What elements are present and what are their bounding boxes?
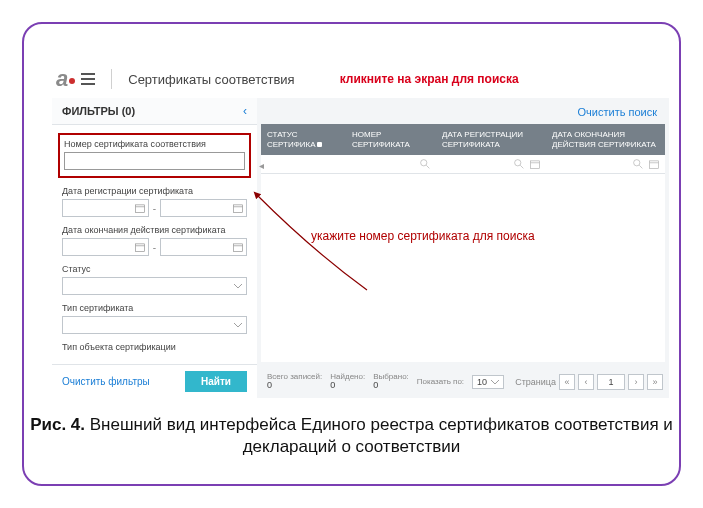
page-label: Страница: [515, 377, 556, 387]
search-icon: [420, 159, 430, 169]
status-select[interactable]: [62, 277, 247, 295]
svg-point-14: [634, 160, 640, 166]
col-status[interactable]: СТАТУС СЕРТИФИКА: [261, 124, 346, 155]
search-icon: [633, 159, 643, 169]
content-area: ФИЛЬТРЫ (0) ‹ Номер сертификата соответс…: [52, 98, 669, 398]
range-dash: -: [153, 203, 156, 214]
clear-filters-link[interactable]: Очистить фильтры: [62, 376, 150, 387]
first-page-button[interactable]: «: [559, 374, 575, 390]
svg-rect-12: [531, 161, 540, 169]
obj-type-label: Тип объекта сертификации: [62, 342, 247, 352]
click-hint-annotation: кликните на экран для поиска: [340, 72, 519, 86]
pager: Всего записей: 0 Найдено: 0 Выбрано: 0 П…: [261, 366, 669, 398]
table-body: укажите номер сертификата для поиска: [261, 174, 665, 362]
menu-icon[interactable]: [81, 73, 95, 85]
svg-line-15: [639, 165, 642, 168]
filter-status[interactable]: [261, 155, 346, 173]
reg-date-from[interactable]: [62, 199, 149, 217]
cert-number-label: Номер сертификата соответствия: [64, 139, 245, 149]
input-hint-annotation: укажите номер сертификата для поиска: [311, 229, 535, 243]
calendar-icon: [649, 159, 659, 169]
logo-letter: a: [56, 66, 75, 92]
find-button[interactable]: Найти: [185, 371, 247, 392]
figure-frame: a Сертификаты соответствия кликните на э…: [22, 22, 681, 486]
end-date-to[interactable]: [160, 238, 247, 256]
filter-footer: Очистить фильтры Найти: [52, 364, 257, 398]
end-date-from[interactable]: [62, 238, 149, 256]
svg-line-9: [426, 165, 429, 168]
svg-point-8: [421, 160, 427, 166]
filter-regdate[interactable]: [436, 155, 546, 173]
page-input[interactable]: [597, 374, 625, 390]
filter-enddate[interactable]: [546, 155, 665, 173]
brand: a: [56, 66, 95, 92]
table-header: СТАТУС СЕРТИФИКА НОМЕР СЕРТИФИКАТА ДАТА …: [261, 124, 665, 155]
chevron-down-icon: [491, 380, 499, 385]
cert-number-input[interactable]: [64, 152, 245, 170]
page-title: Сертификаты соответствия: [128, 72, 294, 87]
collapse-icon[interactable]: ‹: [243, 104, 247, 118]
cert-number-group: Номер сертификата соответствия: [58, 133, 251, 178]
logo-dot: [69, 78, 75, 84]
col-enddate[interactable]: ДАТА ОКОНЧАНИЯ ДЕЙСТВИЯ СЕРТИФИКАТА: [546, 124, 665, 155]
page-size-select[interactable]: 10: [472, 375, 504, 389]
end-date-label: Дата окончания действия сертификата: [62, 225, 247, 235]
svg-rect-6: [234, 244, 243, 252]
calendar-icon: [530, 159, 540, 169]
status-label: Статус: [62, 264, 247, 274]
search-icon: [514, 159, 524, 169]
prev-page-button[interactable]: ‹: [578, 374, 594, 390]
obj-type-group: Тип объекта сертификации: [62, 342, 247, 352]
stat-show: Показать по:: [417, 378, 464, 387]
status-group: Статус: [62, 264, 247, 295]
calendar-icon: [233, 242, 243, 252]
app-header: a Сертификаты соответствия кликните на э…: [52, 60, 669, 98]
results-table: СТАТУС СЕРТИФИКА НОМЕР СЕРТИФИКАТА ДАТА …: [261, 124, 665, 362]
stat-selected: Выбрано: 0: [373, 373, 409, 392]
clear-search-link[interactable]: Очистить поиск: [578, 106, 657, 118]
svg-rect-0: [135, 205, 144, 213]
calendar-icon: [135, 242, 145, 252]
cert-type-group: Тип сертификата: [62, 303, 247, 334]
chevron-down-icon: [234, 323, 242, 328]
screenshot-region: a Сертификаты соответствия кликните на э…: [52, 60, 669, 400]
chevron-down-icon: [234, 284, 242, 289]
stat-found: Найдено: 0: [330, 373, 365, 392]
reg-date-group: Дата регистрации сертификата -: [62, 186, 247, 217]
filter-header: ФИЛЬТРЫ (0) ‹: [52, 98, 257, 125]
svg-line-11: [520, 165, 523, 168]
sort-icon: [317, 142, 322, 147]
cert-type-select[interactable]: [62, 316, 247, 334]
svg-rect-4: [135, 244, 144, 252]
filter-title: ФИЛЬТРЫ (0): [62, 105, 135, 117]
end-date-group: Дата окончания действия сертификата -: [62, 225, 247, 256]
col-number[interactable]: НОМЕР СЕРТИФИКАТА: [346, 124, 436, 155]
next-page-button[interactable]: ›: [628, 374, 644, 390]
filter-body: Номер сертификата соответствия Дата реги…: [52, 125, 257, 364]
calendar-icon: [135, 203, 145, 213]
main-area: Очистить поиск СТАТУС СЕРТИФИКА НОМЕР СЕ…: [257, 98, 669, 398]
filter-panel: ФИЛЬТРЫ (0) ‹ Номер сертификата соответс…: [52, 98, 257, 398]
filter-number[interactable]: [346, 155, 436, 173]
col-regdate[interactable]: ДАТА РЕГИСТРАЦИИ СЕРТИФИКАТА: [436, 124, 546, 155]
figure-caption: Рис. 4. Внешний вид интерфейса Единого р…: [24, 414, 679, 458]
divider: [111, 69, 112, 89]
calendar-icon: [233, 203, 243, 213]
table-filter-row: [261, 155, 665, 174]
reg-date-to[interactable]: [160, 199, 247, 217]
svg-point-10: [515, 160, 521, 166]
stat-total: Всего записей: 0: [267, 373, 322, 392]
cert-type-label: Тип сертификата: [62, 303, 247, 313]
reg-date-label: Дата регистрации сертификата: [62, 186, 247, 196]
svg-rect-16: [650, 161, 659, 169]
svg-rect-2: [234, 205, 243, 213]
range-dash: -: [153, 242, 156, 253]
last-page-button[interactable]: »: [647, 374, 663, 390]
